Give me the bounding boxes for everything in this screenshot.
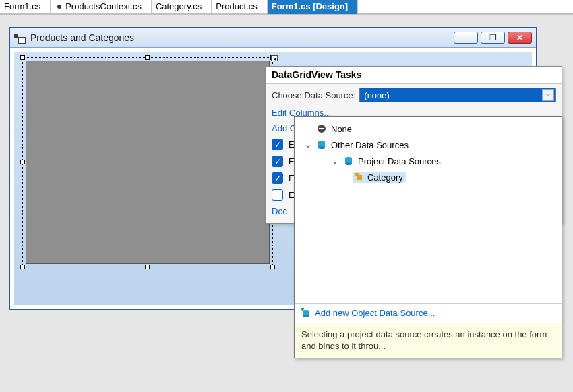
datasource-dropdown[interactable]: (none) ﹀: [359, 88, 556, 102]
checkbox-checked-icon[interactable]: ✓: [272, 156, 283, 167]
resize-handle[interactable]: [145, 55, 150, 60]
database-icon: [316, 139, 327, 150]
chevron-down-icon: ﹀: [542, 89, 554, 101]
checkbox-checked-icon[interactable]: ✓: [272, 172, 283, 184]
tree-item-none[interactable]: None: [301, 121, 555, 137]
tab-label: Product.cs: [216, 0, 257, 14]
window-title: Products and Categories: [30, 32, 448, 43]
tree-item-other[interactable]: ⌄ Other Data Sources: [301, 137, 555, 153]
resize-handle[interactable]: [20, 265, 25, 269]
tab-sep: [357, 0, 358, 13]
svg-point-4: [318, 146, 325, 149]
datasource-tree-popup: None ⌄ Other Data Sources ⌄ Project Data…: [294, 116, 562, 358]
datagridview-selection[interactable]: ◂: [22, 57, 273, 267]
tasks-title: DataGridView Tasks: [266, 67, 562, 84]
tree-area: None ⌄ Other Data Sources ⌄ Project Data…: [295, 117, 562, 303]
chevron-down-icon[interactable]: ⌄: [304, 140, 312, 150]
choose-datasource-row: Choose Data Source: (none) ﹀: [272, 88, 556, 102]
resize-handle[interactable]: [20, 160, 25, 164]
resize-handle[interactable]: [20, 55, 25, 60]
svg-rect-14: [301, 308, 303, 311]
add-database-icon: [300, 308, 311, 319]
checkbox-checked-icon[interactable]: ✓: [272, 139, 283, 150]
tree-hint: Selecting a project data source creates …: [295, 323, 562, 358]
document-tabs: Form1.cs ProductsContext.cs Category.cs …: [0, 0, 573, 15]
tab-productscontext[interactable]: ProductsContext.cs: [51, 0, 151, 14]
tab-label: Form1.cs [Design]: [272, 0, 348, 14]
chevron-down-icon[interactable]: ⌄: [331, 156, 339, 166]
window-controls: — ❐ ✕: [454, 32, 532, 44]
tree-label: Project Data Sources: [358, 156, 441, 166]
tab-label: ProductsContext.cs: [65, 0, 142, 14]
window-icon: [14, 32, 25, 43]
add-datasource-link[interactable]: Add new Object Data Source...: [295, 303, 562, 323]
svg-rect-9: [355, 173, 359, 176]
svg-point-12: [303, 315, 309, 317]
tab-product[interactable]: Product.cs: [212, 0, 266, 14]
choose-label: Choose Data Source:: [272, 90, 355, 100]
datasource-value: (none): [364, 90, 390, 100]
resize-handle[interactable]: [270, 265, 275, 269]
datagridview[interactable]: [26, 61, 270, 264]
binding-icon: [354, 172, 365, 183]
minimize-icon: —: [462, 33, 470, 42]
tab-label: Form1.cs: [4, 0, 40, 14]
tree-label: None: [331, 124, 352, 134]
tree-selected-item: Category: [353, 172, 406, 183]
svg-point-7: [345, 162, 352, 165]
tab-category[interactable]: Category.cs: [152, 0, 211, 14]
database-icon: [343, 156, 354, 166]
smarttag-glyph[interactable]: ◂: [271, 55, 278, 61]
tree-label: Other Data Sources: [331, 140, 409, 150]
link-text: Add new Object Data Source...: [315, 308, 435, 318]
maximize-button[interactable]: ❐: [481, 32, 505, 44]
svg-rect-1: [319, 128, 324, 129]
window-titlebar[interactable]: Products and Categories — ❐ ✕: [10, 28, 536, 48]
tab-form1-code[interactable]: Form1.cs: [0, 0, 50, 14]
tree-item-category[interactable]: Category: [301, 169, 555, 185]
tree-item-project[interactable]: ⌄ Project Data Sources: [301, 153, 555, 169]
checkbox-unchecked-icon[interactable]: [272, 189, 283, 201]
resize-handle[interactable]: [145, 265, 150, 269]
tab-label: Category.cs: [156, 0, 202, 14]
tree-label: Category: [367, 172, 403, 183]
close-button[interactable]: ✕: [508, 32, 532, 44]
close-icon: ✕: [516, 33, 523, 42]
tab-form1-designer[interactable]: Form1.cs [Design]: [268, 0, 357, 14]
maximize-icon: ❐: [489, 33, 497, 42]
none-icon: [316, 123, 327, 134]
minimize-button[interactable]: —: [454, 32, 478, 44]
dirty-dot-icon: [57, 5, 61, 9]
